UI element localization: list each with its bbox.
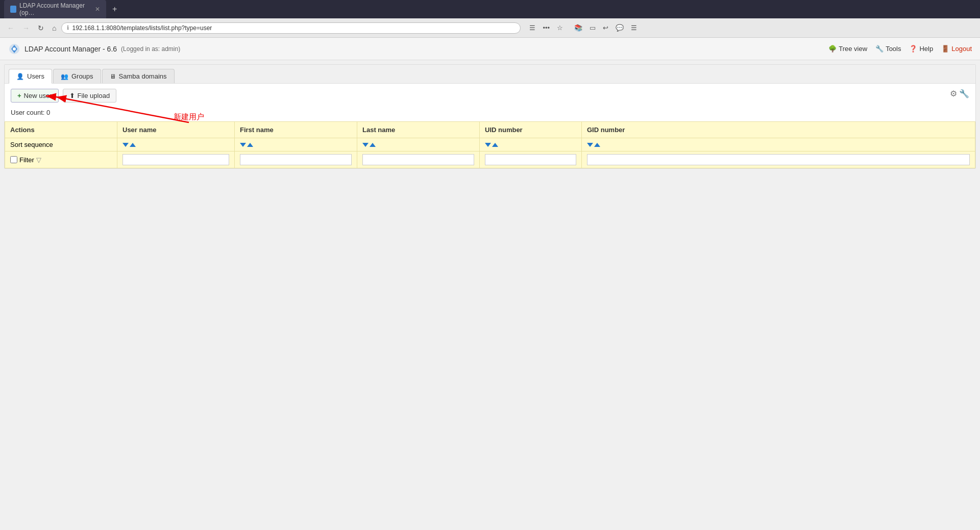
container-tab-button[interactable]: ▭	[587, 22, 598, 34]
filter-gid-cell	[582, 152, 975, 168]
sort-gid-cell	[582, 138, 975, 152]
more-options-button[interactable]: •••	[540, 22, 552, 34]
app-nav: 🌳 Tree view 🔧 Tools ❓ Help 🚪 Logout	[828, 45, 972, 53]
users-tab-icon: 👤	[16, 73, 24, 80]
synced-tabs-button[interactable]: 📚	[572, 22, 585, 34]
gid-sort-up[interactable]	[594, 143, 600, 147]
tools-icon: 🔧	[875, 45, 884, 53]
uid-sort-down[interactable]	[485, 143, 491, 147]
reader-mode-button[interactable]: ☰	[527, 22, 538, 34]
firstname-sort-arrows	[240, 143, 352, 147]
filter-checkbox[interactable]	[10, 156, 17, 163]
table-header-row: Actions User name First name Last name U…	[5, 122, 975, 138]
col-actions: Actions	[5, 122, 117, 138]
sort-username-cell	[117, 138, 235, 152]
back-button[interactable]: ←	[4, 22, 17, 34]
file-upload-button[interactable]: ⬆ File upload	[63, 89, 117, 103]
tools-link[interactable]: 🔧 Tools	[875, 45, 901, 53]
uid-sort-up[interactable]	[492, 143, 498, 147]
gid-sort-down[interactable]	[587, 143, 593, 147]
filter-firstname-cell	[235, 152, 357, 168]
lock-icon: ℹ	[67, 24, 69, 31]
tree-view-icon: 🌳	[828, 45, 837, 53]
tab-title: LDAP Account Manager (op…	[19, 2, 90, 16]
logged-in-label: (Logged in as: admin)	[121, 45, 180, 53]
filter-firstname-input[interactable]	[240, 154, 352, 165]
filter-uid-input[interactable]	[485, 154, 576, 165]
app-title-area: LDAP Account Manager - 6.6 (Logged in as…	[8, 43, 180, 55]
sort-label-cell: Sort sequence	[5, 138, 117, 152]
address-text: 192.168.1.1:8080/templates/lists/list.ph…	[72, 24, 212, 32]
users-tab-label: Users	[27, 72, 44, 80]
nav-bar: ← → ↻ ⌂ ℹ 192.168.1.1:8080/templates/lis…	[0, 18, 980, 38]
new-user-button[interactable]: + New user	[11, 89, 59, 103]
lastname-sort-down[interactable]	[362, 143, 369, 147]
user-count-value: 0	[46, 109, 50, 116]
reload-button[interactable]: ↻	[35, 22, 47, 34]
filter-text: Filter	[19, 156, 34, 164]
filter-lastname-input[interactable]	[362, 154, 474, 165]
home-button[interactable]: ⌂	[49, 22, 59, 34]
app-name: LDAP Account Manager - 6.6	[24, 45, 117, 53]
nav-actions: ☰ ••• ☆	[527, 22, 566, 34]
new-tab-button[interactable]: +	[109, 5, 120, 14]
samba-tab-label: Samba domains	[119, 72, 167, 80]
address-bar[interactable]: ℹ 192.168.1.1:8080/templates/lists/list.…	[61, 22, 521, 34]
filter-uid-cell	[480, 152, 582, 168]
settings-icon[interactable]: ⚙	[950, 89, 957, 98]
col-username: User name	[117, 122, 235, 138]
chat-button[interactable]: 💬	[613, 22, 626, 34]
logout-link[interactable]: 🚪 Logout	[941, 45, 972, 53]
forward-button[interactable]: →	[19, 22, 33, 34]
filter-label-cell: Filter ▽	[5, 152, 117, 168]
col-firstname: First name	[235, 122, 357, 138]
help-link[interactable]: ❓ Help	[909, 45, 933, 53]
wrench-icon[interactable]: 🔧	[959, 89, 969, 98]
new-user-icon: +	[17, 92, 21, 99]
undo-button[interactable]: ↩	[600, 22, 611, 34]
firstname-sort-down[interactable]	[240, 143, 246, 147]
filter-lastname-cell	[357, 152, 480, 168]
samba-tab-icon: 🖥	[110, 73, 116, 80]
top-right-icons: ⚙ 🔧	[950, 89, 969, 98]
browser-chrome: LDAP Account Manager (op… ✕ +	[0, 0, 980, 18]
app-header: LDAP Account Manager - 6.6 (Logged in as…	[0, 38, 980, 60]
app-logo	[8, 43, 20, 55]
sort-firstname-cell	[235, 138, 357, 152]
browser-right-actions: 📚 ▭ ↩ 💬 ☰	[572, 22, 640, 34]
filter-icon: ▽	[36, 156, 41, 164]
filter-gid-input[interactable]	[587, 154, 970, 165]
tab-groups[interactable]: 👥 Groups	[53, 69, 101, 83]
col-gid: GID number	[582, 122, 975, 138]
bookmark-button[interactable]: ☆	[554, 22, 566, 34]
lastname-sort-up[interactable]	[370, 143, 376, 147]
tab-close-button[interactable]: ✕	[95, 6, 100, 13]
filter-username-input[interactable]	[122, 154, 229, 165]
gid-sort-arrows	[587, 143, 970, 147]
tab-samba[interactable]: 🖥 Samba domains	[102, 69, 175, 83]
users-table: Actions User name First name Last name U…	[5, 121, 975, 168]
filter-username-cell	[117, 152, 235, 168]
menu-button[interactable]: ☰	[628, 22, 640, 34]
tab-bar: 👤 Users 👥 Groups 🖥 Samba domains	[5, 65, 975, 84]
tab-favicon	[10, 6, 16, 13]
upload-icon: ⬆	[69, 92, 75, 99]
col-lastname: Last name	[357, 122, 480, 138]
svg-point-1	[13, 47, 16, 51]
main-panel: 👤 Users 👥 Groups 🖥 Samba domains + New u…	[4, 64, 976, 169]
sort-lastname-cell	[357, 138, 480, 152]
browser-tab[interactable]: LDAP Account Manager (op… ✕	[4, 0, 106, 18]
firstname-sort-up[interactable]	[247, 143, 253, 147]
tree-view-link[interactable]: 🌳 Tree view	[828, 45, 867, 53]
sort-row: Sort sequence	[5, 138, 975, 152]
username-sort-arrows	[122, 143, 229, 147]
logout-icon: 🚪	[941, 45, 949, 53]
tab-users[interactable]: 👤 Users	[9, 69, 52, 84]
action-bar: + New user ⬆ File upload ⚙ 🔧	[5, 84, 975, 108]
groups-tab-label: Groups	[71, 72, 93, 80]
filter-label-area: Filter ▽	[10, 156, 112, 164]
col-uid: UID number	[480, 122, 582, 138]
username-sort-up[interactable]	[130, 143, 136, 147]
lastname-sort-arrows	[362, 143, 474, 147]
username-sort-down[interactable]	[122, 143, 129, 147]
